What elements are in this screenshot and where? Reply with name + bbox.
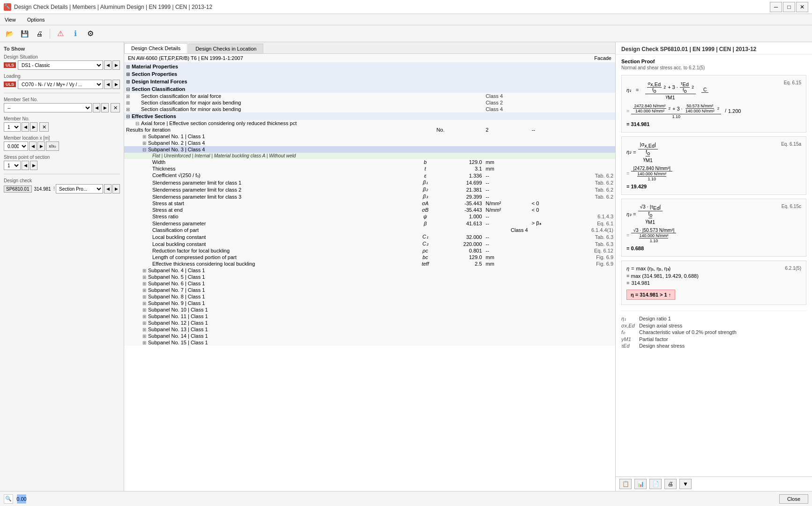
sp13-row[interactable]: ⊞Subpanel No. 13 | Class 1 bbox=[124, 326, 615, 333]
member-no-next[interactable]: ▶ bbox=[30, 122, 37, 132]
close-button[interactable]: ✕ bbox=[796, 2, 808, 12]
member-location-prev[interactable]: ◀ bbox=[29, 141, 37, 151]
sp3-beta3-ref: Tab. 6.2 bbox=[559, 193, 615, 200]
sp3-beta2-row[interactable]: Slenderness parameter limit for class 2 … bbox=[124, 186, 615, 193]
toolbar-btn-3[interactable]: 🖨 bbox=[33, 27, 46, 40]
expand-effective[interactable]: ⊟ bbox=[126, 114, 130, 119]
close-button-status[interactable]: Close bbox=[779, 494, 808, 504]
loading-dropdown[interactable]: CO70 - N- / Vz / My+ / Vy / ... bbox=[18, 80, 103, 89]
design-check-section: Design check SP6810.01 314.981 ! Section… bbox=[4, 178, 120, 193]
sp10-row[interactable]: ⊞Subpanel No. 10 | Class 1 bbox=[124, 306, 615, 313]
eta1-result: 314.981 bbox=[631, 121, 649, 127]
status-icon-1[interactable]: 🔍 bbox=[4, 494, 13, 504]
sp3-stressB-row[interactable]: Stress at end σB -35.443 N/mm² < 0 bbox=[124, 207, 615, 213]
section-class-label: Section Classification bbox=[132, 86, 185, 92]
footer-btn-2[interactable]: 📊 bbox=[634, 479, 647, 489]
design-internal-forces-row[interactable]: ⊞Design Internal Forces bbox=[124, 78, 615, 85]
maximize-button[interactable]: □ bbox=[783, 2, 795, 12]
member-set-next[interactable]: ▶ bbox=[101, 103, 109, 112]
loading-next[interactable]: ▶ bbox=[112, 80, 120, 89]
member-set-dropdown[interactable]: -- bbox=[4, 103, 92, 112]
sp3-beta3-row[interactable]: Slenderness parameter limit for class 3 … bbox=[124, 193, 615, 200]
sp8-row[interactable]: ⊞Subpanel No. 8 | Class 1 bbox=[124, 293, 615, 300]
minimize-button[interactable]: ─ bbox=[770, 2, 782, 12]
sp6-row[interactable]: ⊞Subpanel No. 6 | Class 1 bbox=[124, 280, 615, 287]
member-location-dropdown[interactable]: 0.000 bbox=[4, 141, 28, 151]
effective-sections-row[interactable]: ⊟Effective Sections bbox=[124, 112, 615, 120]
sp3-c1-row[interactable]: Local buckling constant C₁ 32.000 -- Tab… bbox=[124, 233, 615, 240]
footer-btn-3[interactable]: 📄 bbox=[649, 479, 662, 489]
sp3-stress-ratio-row[interactable]: Stress ratio ψ 1.000 -- 6.1.4.3 bbox=[124, 213, 615, 220]
expand-section-props[interactable]: ⊞ bbox=[126, 72, 130, 77]
member-no-prev[interactable]: ◀ bbox=[22, 122, 29, 132]
tab-details[interactable]: Design Check Details bbox=[124, 43, 187, 53]
toolbar-btn-1[interactable]: 📂 bbox=[3, 27, 16, 40]
subpanel-1-row[interactable]: ⊞Subpanel No. 1 | Class 1 bbox=[124, 133, 615, 140]
axial-force-section-row[interactable]: ⊟Axial force | Effective section conside… bbox=[124, 120, 615, 126]
footer-btn-1[interactable]: 📋 bbox=[619, 479, 632, 489]
menu-options[interactable]: Options bbox=[25, 16, 47, 23]
sp5-row[interactable]: ⊞Subpanel No. 5 | Class 1 bbox=[124, 274, 615, 280]
sp11-row[interactable]: ⊞Subpanel No. 11 | Class 1 bbox=[124, 313, 615, 320]
member-location-ratio[interactable]: x/x₀ bbox=[46, 141, 59, 151]
sp3-stressB-note: < 0 bbox=[530, 207, 559, 213]
member-no-del[interactable]: ✕ bbox=[39, 122, 49, 132]
sp3-thickness-row[interactable]: Thickness t 3.1 mm bbox=[124, 165, 615, 172]
sp15-row[interactable]: ⊞Subpanel No. 15 | Class 1 bbox=[124, 339, 615, 346]
sp3-width-row[interactable]: Width b 129.0 mm bbox=[124, 159, 615, 165]
footer-btn-dropdown[interactable]: ▼ bbox=[679, 479, 692, 489]
status-icon-2[interactable]: 0.00 bbox=[17, 494, 26, 504]
sp3-stressA-row[interactable]: Stress at start σA -35.443 N/mm² < 0 bbox=[124, 200, 615, 207]
member-set-prev[interactable]: ◀ bbox=[93, 103, 100, 112]
sp3-bc-row[interactable]: Length of compressed portion of part bc … bbox=[124, 254, 615, 260]
section-classification-row[interactable]: ⊟Section Classification bbox=[124, 85, 615, 93]
class-axial-row[interactable]: ⊞Section classification for axial force … bbox=[124, 93, 615, 99]
expand-material[interactable]: ⊞ bbox=[126, 64, 130, 69]
sp14-row[interactable]: ⊞Subpanel No. 14 | Class 1 bbox=[124, 333, 615, 339]
sp3-coeff-row[interactable]: Coefficient √(250 / f₀) ε 1.336 -- Tab. … bbox=[124, 172, 615, 179]
sp7-row[interactable]: ⊞Subpanel No. 7 | Class 1 bbox=[124, 287, 615, 293]
sp3-class-part-row[interactable]: Classification of part Class 4 6.1.4.4(1… bbox=[124, 227, 615, 233]
expand-internal-forces[interactable]: ⊞ bbox=[126, 79, 130, 84]
stress-point-next[interactable]: ▶ bbox=[30, 161, 37, 170]
toolbar-btn-6[interactable]: ⚙ bbox=[84, 27, 97, 40]
situation-next[interactable]: ▶ bbox=[112, 60, 120, 70]
class-major-row[interactable]: ⊞Section classification for major axis b… bbox=[124, 99, 615, 106]
class-minor-row[interactable]: ⊞Section classification for minor axis b… bbox=[124, 106, 615, 112]
sp12-label: Subpanel No. 12 | Class 1 bbox=[148, 320, 208, 326]
member-location-next[interactable]: ▶ bbox=[37, 141, 45, 151]
loading-prev[interactable]: ◀ bbox=[104, 80, 112, 89]
stress-point-dropdown[interactable]: 1 bbox=[4, 161, 21, 170]
stress-point-prev[interactable]: ◀ bbox=[22, 161, 29, 170]
check-type-dropdown[interactable]: Section Pro... bbox=[56, 184, 103, 193]
subpanel-3-row[interactable]: ⊟Subpanel No. 3 | Class 4 bbox=[124, 146, 615, 153]
situation-prev[interactable]: ◀ bbox=[104, 60, 112, 70]
footer-btn-print[interactable]: 🖨 bbox=[664, 479, 677, 489]
toolbar-btn-5[interactable]: ℹ bbox=[69, 27, 82, 40]
toolbar-btn-4[interactable]: ⚠ bbox=[54, 27, 67, 40]
section-properties-row[interactable]: ⊞Section Properties bbox=[124, 70, 615, 78]
toolbar-btn-2[interactable]: 💾 bbox=[18, 27, 31, 40]
sp3-c2-row[interactable]: Local buckling constant C₂ 220.000 -- Ta… bbox=[124, 240, 615, 247]
table-area[interactable]: ⊞Material Properties ⊞Section Properties… bbox=[124, 63, 615, 491]
sp3-slender-row[interactable]: Slenderness parameter β 41.613 -- > β₃ E… bbox=[124, 220, 615, 227]
member-no-dropdown[interactable]: 1 bbox=[4, 122, 21, 132]
tab-location[interactable]: Design Checks in Location bbox=[188, 44, 263, 53]
material-properties-row[interactable]: ⊞Material Properties bbox=[124, 63, 615, 70]
menu-view[interactable]: View bbox=[3, 16, 18, 23]
sp3-rho-row[interactable]: Reduction factor for local buckling ρc 0… bbox=[124, 247, 615, 254]
sp4-row[interactable]: ⊞Subpanel No. 4 | Class 1 bbox=[124, 267, 615, 274]
expand-section-class[interactable]: ⊟ bbox=[126, 87, 130, 92]
sp12-row[interactable]: ⊞Subpanel No. 12 | Class 1 bbox=[124, 320, 615, 326]
sp9-row[interactable]: ⊞Subpanel No. 9 | Class 1 bbox=[124, 300, 615, 306]
sp3-beta2-unit: -- bbox=[484, 186, 530, 193]
subpanel-2-row[interactable]: ⊞Subpanel No. 2 | Class 4 bbox=[124, 140, 615, 146]
sp3-beta1-row[interactable]: Slenderness parameter limit for class 1 … bbox=[124, 179, 615, 186]
right-content[interactable]: Section Proof Normal and shear stress ac… bbox=[616, 55, 812, 476]
check-next[interactable]: ▶ bbox=[112, 184, 120, 193]
sigma2-num: |2472.840 N/mm²| bbox=[631, 166, 672, 171]
sp3-teff-row[interactable]: Effective thickness considering local bu… bbox=[124, 260, 615, 267]
member-set-del[interactable]: ✕ bbox=[111, 103, 120, 112]
check-prev[interactable]: ◀ bbox=[104, 184, 112, 193]
situation-dropdown[interactable]: DS1 - Classic bbox=[18, 60, 103, 70]
